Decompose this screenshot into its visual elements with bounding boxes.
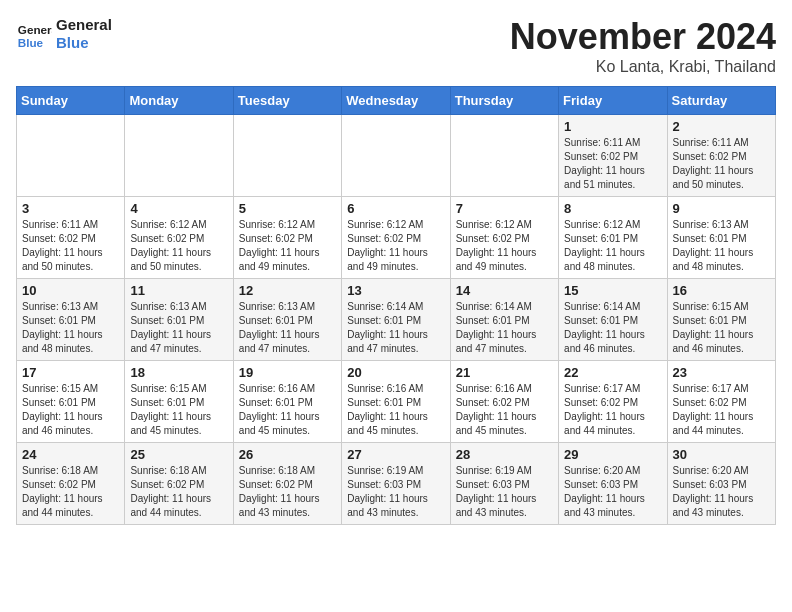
day-info: Sunrise: 6:18 AM Sunset: 6:02 PM Dayligh… [239, 464, 336, 520]
day-number: 10 [22, 283, 119, 298]
day-cell-18: 18Sunrise: 6:15 AM Sunset: 6:01 PM Dayli… [125, 361, 233, 443]
logo: General Blue General Blue [16, 16, 112, 52]
day-info: Sunrise: 6:18 AM Sunset: 6:02 PM Dayligh… [130, 464, 227, 520]
day-info: Sunrise: 6:11 AM Sunset: 6:02 PM Dayligh… [564, 136, 661, 192]
empty-cell [342, 115, 450, 197]
day-info: Sunrise: 6:15 AM Sunset: 6:01 PM Dayligh… [673, 300, 770, 356]
location: Ko Lanta, Krabi, Thailand [510, 58, 776, 76]
day-info: Sunrise: 6:16 AM Sunset: 6:01 PM Dayligh… [347, 382, 444, 438]
day-info: Sunrise: 6:14 AM Sunset: 6:01 PM Dayligh… [564, 300, 661, 356]
month-title: November 2024 [510, 16, 776, 58]
day-cell-26: 26Sunrise: 6:18 AM Sunset: 6:02 PM Dayli… [233, 443, 341, 525]
day-number: 25 [130, 447, 227, 462]
weekday-header-sunday: Sunday [17, 87, 125, 115]
day-cell-23: 23Sunrise: 6:17 AM Sunset: 6:02 PM Dayli… [667, 361, 775, 443]
day-cell-11: 11Sunrise: 6:13 AM Sunset: 6:01 PM Dayli… [125, 279, 233, 361]
day-number: 27 [347, 447, 444, 462]
day-cell-6: 6Sunrise: 6:12 AM Sunset: 6:02 PM Daylig… [342, 197, 450, 279]
weekday-header-monday: Monday [125, 87, 233, 115]
weekday-header-friday: Friday [559, 87, 667, 115]
day-info: Sunrise: 6:12 AM Sunset: 6:02 PM Dayligh… [347, 218, 444, 274]
day-number: 11 [130, 283, 227, 298]
day-cell-9: 9Sunrise: 6:13 AM Sunset: 6:01 PM Daylig… [667, 197, 775, 279]
day-cell-19: 19Sunrise: 6:16 AM Sunset: 6:01 PM Dayli… [233, 361, 341, 443]
weekday-header-wednesday: Wednesday [342, 87, 450, 115]
weekday-header-tuesday: Tuesday [233, 87, 341, 115]
week-row-3: 10Sunrise: 6:13 AM Sunset: 6:01 PM Dayli… [17, 279, 776, 361]
day-number: 2 [673, 119, 770, 134]
day-number: 17 [22, 365, 119, 380]
day-cell-22: 22Sunrise: 6:17 AM Sunset: 6:02 PM Dayli… [559, 361, 667, 443]
day-number: 20 [347, 365, 444, 380]
day-number: 14 [456, 283, 553, 298]
day-number: 13 [347, 283, 444, 298]
day-number: 12 [239, 283, 336, 298]
day-info: Sunrise: 6:12 AM Sunset: 6:02 PM Dayligh… [239, 218, 336, 274]
day-cell-21: 21Sunrise: 6:16 AM Sunset: 6:02 PM Dayli… [450, 361, 558, 443]
day-number: 5 [239, 201, 336, 216]
day-cell-27: 27Sunrise: 6:19 AM Sunset: 6:03 PM Dayli… [342, 443, 450, 525]
day-number: 23 [673, 365, 770, 380]
day-info: Sunrise: 6:13 AM Sunset: 6:01 PM Dayligh… [239, 300, 336, 356]
day-info: Sunrise: 6:20 AM Sunset: 6:03 PM Dayligh… [564, 464, 661, 520]
day-number: 1 [564, 119, 661, 134]
day-cell-5: 5Sunrise: 6:12 AM Sunset: 6:02 PM Daylig… [233, 197, 341, 279]
day-cell-4: 4Sunrise: 6:12 AM Sunset: 6:02 PM Daylig… [125, 197, 233, 279]
day-info: Sunrise: 6:13 AM Sunset: 6:01 PM Dayligh… [130, 300, 227, 356]
day-info: Sunrise: 6:17 AM Sunset: 6:02 PM Dayligh… [564, 382, 661, 438]
day-cell-10: 10Sunrise: 6:13 AM Sunset: 6:01 PM Dayli… [17, 279, 125, 361]
day-number: 19 [239, 365, 336, 380]
week-row-2: 3Sunrise: 6:11 AM Sunset: 6:02 PM Daylig… [17, 197, 776, 279]
day-cell-29: 29Sunrise: 6:20 AM Sunset: 6:03 PM Dayli… [559, 443, 667, 525]
day-info: Sunrise: 6:19 AM Sunset: 6:03 PM Dayligh… [347, 464, 444, 520]
day-number: 8 [564, 201, 661, 216]
calendar-table: SundayMondayTuesdayWednesdayThursdayFrid… [16, 86, 776, 525]
day-number: 6 [347, 201, 444, 216]
day-info: Sunrise: 6:14 AM Sunset: 6:01 PM Dayligh… [456, 300, 553, 356]
day-info: Sunrise: 6:19 AM Sunset: 6:03 PM Dayligh… [456, 464, 553, 520]
day-info: Sunrise: 6:17 AM Sunset: 6:02 PM Dayligh… [673, 382, 770, 438]
day-number: 29 [564, 447, 661, 462]
day-info: Sunrise: 6:15 AM Sunset: 6:01 PM Dayligh… [130, 382, 227, 438]
day-cell-1: 1Sunrise: 6:11 AM Sunset: 6:02 PM Daylig… [559, 115, 667, 197]
day-info: Sunrise: 6:11 AM Sunset: 6:02 PM Dayligh… [22, 218, 119, 274]
day-number: 28 [456, 447, 553, 462]
logo-icon: General Blue [16, 16, 52, 52]
day-info: Sunrise: 6:11 AM Sunset: 6:02 PM Dayligh… [673, 136, 770, 192]
day-cell-28: 28Sunrise: 6:19 AM Sunset: 6:03 PM Dayli… [450, 443, 558, 525]
day-info: Sunrise: 6:20 AM Sunset: 6:03 PM Dayligh… [673, 464, 770, 520]
day-info: Sunrise: 6:18 AM Sunset: 6:02 PM Dayligh… [22, 464, 119, 520]
day-number: 3 [22, 201, 119, 216]
day-number: 18 [130, 365, 227, 380]
logo-line2: Blue [56, 34, 112, 52]
day-info: Sunrise: 6:12 AM Sunset: 6:02 PM Dayligh… [456, 218, 553, 274]
empty-cell [233, 115, 341, 197]
day-number: 24 [22, 447, 119, 462]
day-cell-2: 2Sunrise: 6:11 AM Sunset: 6:02 PM Daylig… [667, 115, 775, 197]
day-cell-15: 15Sunrise: 6:14 AM Sunset: 6:01 PM Dayli… [559, 279, 667, 361]
day-number: 16 [673, 283, 770, 298]
day-number: 26 [239, 447, 336, 462]
day-number: 30 [673, 447, 770, 462]
day-number: 9 [673, 201, 770, 216]
svg-text:General: General [18, 23, 52, 36]
empty-cell [17, 115, 125, 197]
title-block: November 2024 Ko Lanta, Krabi, Thailand [510, 16, 776, 76]
day-cell-7: 7Sunrise: 6:12 AM Sunset: 6:02 PM Daylig… [450, 197, 558, 279]
logo-line1: General [56, 16, 112, 34]
empty-cell [125, 115, 233, 197]
weekday-header-saturday: Saturday [667, 87, 775, 115]
day-cell-13: 13Sunrise: 6:14 AM Sunset: 6:01 PM Dayli… [342, 279, 450, 361]
day-cell-25: 25Sunrise: 6:18 AM Sunset: 6:02 PM Dayli… [125, 443, 233, 525]
weekday-header-row: SundayMondayTuesdayWednesdayThursdayFrid… [17, 87, 776, 115]
day-info: Sunrise: 6:12 AM Sunset: 6:01 PM Dayligh… [564, 218, 661, 274]
day-cell-12: 12Sunrise: 6:13 AM Sunset: 6:01 PM Dayli… [233, 279, 341, 361]
day-info: Sunrise: 6:15 AM Sunset: 6:01 PM Dayligh… [22, 382, 119, 438]
svg-text:Blue: Blue [18, 36, 44, 49]
day-info: Sunrise: 6:13 AM Sunset: 6:01 PM Dayligh… [673, 218, 770, 274]
day-number: 21 [456, 365, 553, 380]
day-cell-30: 30Sunrise: 6:20 AM Sunset: 6:03 PM Dayli… [667, 443, 775, 525]
day-cell-3: 3Sunrise: 6:11 AM Sunset: 6:02 PM Daylig… [17, 197, 125, 279]
day-number: 22 [564, 365, 661, 380]
day-number: 7 [456, 201, 553, 216]
